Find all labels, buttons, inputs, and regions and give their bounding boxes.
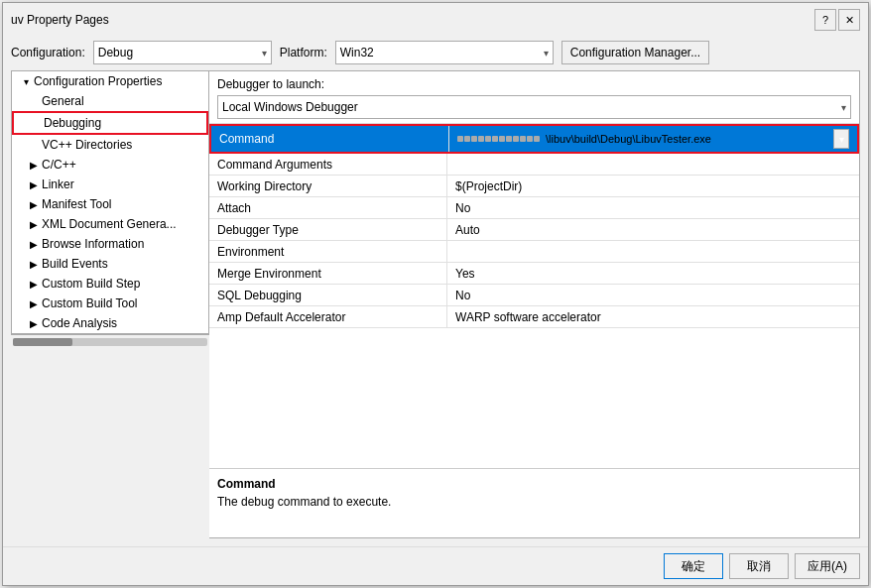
sidebar-item-label: Debugging	[44, 116, 101, 130]
expand-icon: ▶	[28, 160, 40, 171]
dot-icon	[499, 136, 505, 142]
prop-row-command[interactable]: Command\libuv\build\Debug\LibuvTester.ex…	[209, 124, 859, 154]
sidebar-item-label: XML Document Genera...	[42, 217, 177, 231]
config-dropdown[interactable]: Debug ▾	[93, 41, 272, 64]
expand-icon: ▶	[28, 239, 40, 250]
prop-row-sql-debug[interactable]: SQL DebuggingNo	[209, 285, 859, 306]
sidebar-item-build-events[interactable]: ▶Build Events	[12, 254, 208, 274]
bottom-bar: 确定 取消 应用(A)	[3, 546, 868, 585]
prop-row-environment[interactable]: Environment	[209, 241, 859, 263]
prop-name-command-args: Command Arguments	[209, 154, 447, 175]
sidebar-item-general[interactable]: General	[12, 91, 208, 111]
info-panel: Command The debug command to execute.	[209, 468, 859, 537]
sidebar-item-cpp[interactable]: ▶C/C++	[12, 155, 208, 175]
prop-value-merge-env: Yes	[447, 263, 859, 284]
sidebar-item-label: Build Events	[42, 257, 108, 271]
prop-value-text-sql-debug: No	[455, 289, 851, 302]
prop-row-working-dir[interactable]: Working Directory$(ProjectDir)	[209, 176, 859, 197]
sidebar-item-linker[interactable]: ▶Linker	[12, 175, 208, 194]
sidebar-item-label: Linker	[42, 177, 74, 191]
sidebar-item-browse-info[interactable]: ▶Browse Information	[12, 234, 208, 254]
dot-icon	[464, 136, 470, 142]
title-buttons: ? ✕	[814, 9, 860, 31]
apply-button[interactable]: 应用(A)	[795, 553, 860, 579]
config-manager-button[interactable]: Configuration Manager...	[561, 41, 709, 64]
prop-row-amp-accel[interactable]: Amp Default AcceleratorWARP software acc…	[209, 306, 859, 328]
prop-name-amp-accel: Amp Default Accelerator	[209, 306, 447, 327]
expand-icon: ▾	[20, 76, 32, 87]
command-path: \libuv\build\Debug\LibuvTester.exe	[546, 133, 711, 145]
sidebar-item-manifest-tool[interactable]: ▶Manifest Tool	[12, 194, 208, 214]
sidebar-item-label: Custom Build Tool	[42, 296, 138, 310]
platform-value: Win32	[340, 46, 374, 59]
dot-icon	[534, 136, 540, 142]
prop-name-command: Command	[211, 126, 449, 152]
debugger-select[interactable]: Local Windows Debugger ▾	[217, 95, 851, 119]
prop-value-debugger-type: Auto	[447, 219, 859, 240]
sidebar-item-label: Code Analysis	[42, 316, 117, 330]
sidebar-item-vc-dirs[interactable]: VC++ Directories	[12, 135, 208, 155]
prop-value-attach: No	[447, 197, 859, 218]
dot-icon	[513, 136, 519, 142]
expand-icon: ▶	[28, 279, 40, 290]
sidebar-item-label: Configuration Properties	[34, 74, 162, 88]
prop-value-text-debugger-type: Auto	[455, 223, 851, 237]
property-tree: ▾Configuration PropertiesGeneralDebuggin…	[11, 70, 209, 334]
prop-name-sql-debug: SQL Debugging	[209, 285, 447, 305]
close-button[interactable]: ✕	[838, 9, 860, 31]
sidebar-item-xml-doc[interactable]: ▶XML Document Genera...	[12, 214, 208, 234]
prop-value-text-working-dir: $(ProjectDir)	[455, 179, 851, 193]
sidebar-item-custom-build-step[interactable]: ▶Custom Build Step	[12, 274, 208, 294]
expand-icon: ▶	[28, 199, 40, 210]
prop-row-attach[interactable]: AttachNo	[209, 197, 859, 219]
prop-row-merge-env[interactable]: Merge EnvironmentYes	[209, 263, 859, 285]
config-arrow-icon: ▾	[262, 48, 267, 59]
platform-arrow-icon: ▾	[544, 48, 549, 59]
prop-value-command: \libuv\build\Debug\LibuvTester.exe▾	[449, 126, 857, 152]
expand-icon: ▶	[28, 219, 40, 230]
prop-name-merge-env: Merge Environment	[209, 263, 447, 284]
prop-value-sql-debug: No	[447, 285, 859, 305]
sidebar-item-label: Custom Build Step	[42, 277, 140, 291]
sidebar-item-label: VC++ Directories	[42, 138, 132, 152]
ok-button[interactable]: 确定	[664, 553, 723, 579]
prop-name-attach: Attach	[209, 197, 447, 218]
prop-name-environment: Environment	[209, 241, 447, 262]
expand-icon: ▶	[28, 318, 40, 329]
value-dots	[457, 136, 540, 142]
prop-row-debugger-type[interactable]: Debugger TypeAuto	[209, 219, 859, 241]
prop-row-command-args[interactable]: Command Arguments	[209, 154, 859, 176]
property-pages-dialog: uv Property Pages ? ✕ Configuration: Deb…	[2, 2, 869, 586]
dot-icon	[520, 136, 526, 142]
config-value: Debug	[98, 46, 133, 59]
prop-value-text-merge-env: Yes	[455, 267, 851, 281]
dialog-title: uv Property Pages	[11, 13, 109, 27]
scroll-track	[13, 338, 207, 346]
sidebar-scrollbar[interactable]	[11, 334, 209, 348]
expand-icon: ▶	[28, 259, 40, 270]
dot-icon	[478, 136, 484, 142]
prop-value-amp-accel: WARP software accelerator	[447, 306, 859, 327]
help-button[interactable]: ?	[814, 9, 836, 31]
right-panel: Debugger to launch: Local Windows Debugg…	[209, 70, 860, 538]
dot-icon	[471, 136, 477, 142]
command-value-box: \libuv\build\Debug\LibuvTester.exe	[457, 133, 833, 145]
sidebar-item-code-analysis[interactable]: ▶Code Analysis	[12, 313, 208, 333]
main-content: ▾Configuration PropertiesGeneralDebuggin…	[3, 70, 868, 546]
cancel-button[interactable]: 取消	[729, 553, 789, 579]
properties-grid: Command\libuv\build\Debug\LibuvTester.ex…	[209, 123, 859, 468]
sidebar-item-config-props[interactable]: ▾Configuration Properties	[12, 71, 208, 91]
expand-icon: ▶	[28, 298, 40, 309]
platform-dropdown[interactable]: Win32 ▾	[335, 41, 554, 64]
prop-value-working-dir: $(ProjectDir)	[447, 176, 859, 196]
info-description: The debug command to execute.	[217, 495, 851, 509]
info-title: Command	[217, 477, 851, 491]
sidebar-item-label: Manifest Tool	[42, 197, 111, 211]
prop-value-text-attach: No	[455, 201, 851, 215]
sidebar-item-debugging[interactable]: Debugging	[12, 111, 208, 135]
prop-name-debugger-type: Debugger Type	[209, 219, 447, 240]
config-label: Configuration:	[11, 46, 85, 59]
value-dropdown-button[interactable]: ▾	[833, 129, 849, 149]
sidebar-item-custom-build-tool[interactable]: ▶Custom Build Tool	[12, 294, 208, 313]
sidebar-item-label: C/C++	[42, 158, 76, 172]
